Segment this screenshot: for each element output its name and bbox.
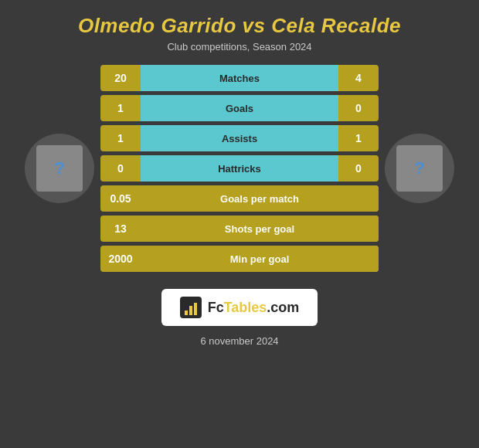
page-title: Olmedo Garrido vs Cela Recalde xyxy=(8,14,471,38)
svg-rect-1 xyxy=(185,311,188,315)
avatar-left-inner: ? xyxy=(36,145,83,192)
subtitle: Club competitions, Season 2024 xyxy=(8,41,471,53)
stat-label-goals-per-match: Goals per match xyxy=(220,193,299,205)
stat-row-hattricks: 0 Hattricks 0 xyxy=(100,155,379,182)
content-area: ? 20 Matches 4 1 Goals 0 1 Assists 1 xyxy=(0,57,479,280)
stat-label-shots-per-goal: Shots per goal xyxy=(225,223,294,235)
logo-text: FcTables.com xyxy=(208,300,300,316)
stat-row-shots-per-goal: 13 Shots per goal xyxy=(100,216,379,242)
stat-bar-hattricks: Hattricks xyxy=(141,155,338,182)
stat-bar-matches: Matches xyxy=(141,65,338,91)
stat-left-goals: 1 xyxy=(100,102,141,114)
stat-row-goals-per-match: 0.05 Goals per match xyxy=(100,185,379,212)
question-icon-right: ? xyxy=(414,158,424,178)
stat-label-assists: Assists xyxy=(222,133,257,144)
avatar-right: ? xyxy=(385,134,454,203)
stat-row-goals: 1 Goals 0 xyxy=(100,95,379,121)
stat-right-matches: 4 xyxy=(338,72,379,84)
avatar-right-inner: ? xyxy=(396,145,443,192)
stat-label-min-per-goal: Min per goal xyxy=(230,253,290,265)
svg-rect-2 xyxy=(189,306,192,315)
stat-bar-goals-per-match: Goals per match xyxy=(141,185,379,212)
stat-row-min-per-goal: 2000 Min per goal xyxy=(100,246,379,272)
stat-label-goals: Goals xyxy=(226,103,253,114)
stat-left-shots-per-goal: 13 xyxy=(100,222,141,235)
question-icon-left: ? xyxy=(54,158,64,178)
stat-left-matches: 20 xyxy=(100,72,141,84)
stat-left-assists: 1 xyxy=(100,132,141,144)
stat-right-goals: 0 xyxy=(338,102,379,114)
stat-label-hattricks: Hattricks xyxy=(218,163,261,175)
svg-rect-3 xyxy=(194,303,197,315)
stat-bar-shots-per-goal: Shots per goal xyxy=(141,216,379,242)
stat-left-min-per-goal: 2000 xyxy=(100,253,141,265)
stat-right-hattricks: 0 xyxy=(338,162,379,175)
header: Olmedo Garrido vs Cela Recalde Club comp… xyxy=(0,0,479,57)
logo-area: FcTables.com xyxy=(161,289,318,326)
stat-bar-assists: Assists xyxy=(141,125,338,151)
stat-bar-goals: Goals xyxy=(141,95,338,121)
stat-bar-min-per-goal: Min per goal xyxy=(141,246,379,272)
stat-row-matches: 20 Matches 4 xyxy=(100,65,379,91)
stats-container: 20 Matches 4 1 Goals 0 1 Assists 1 0 xyxy=(100,65,379,272)
stat-left-goals-per-match: 0.05 xyxy=(100,192,141,205)
stat-label-matches: Matches xyxy=(219,73,260,84)
avatar-left: ? xyxy=(25,134,94,203)
footer-date: 6 november 2024 xyxy=(200,335,278,347)
stat-right-assists: 1 xyxy=(338,132,379,144)
stat-left-hattricks: 0 xyxy=(100,162,141,175)
stat-row-assists: 1 Assists 1 xyxy=(100,125,379,151)
fctables-icon xyxy=(180,297,202,318)
